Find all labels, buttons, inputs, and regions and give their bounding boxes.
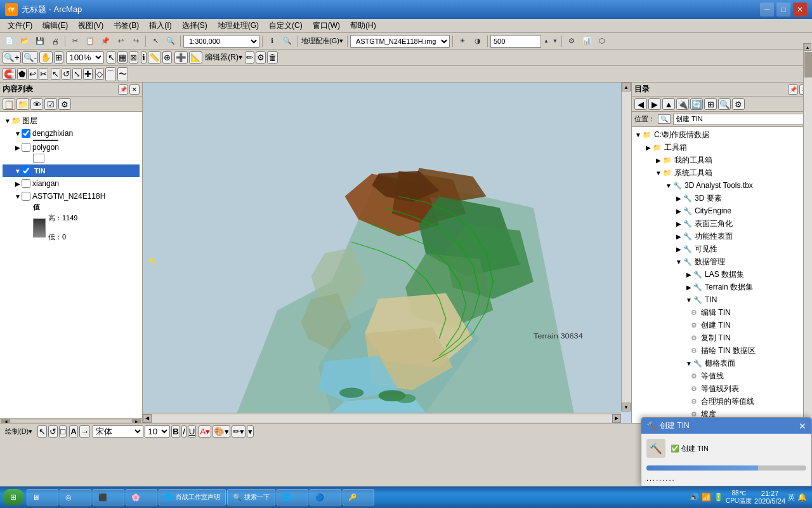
3d-analyst-expand[interactable]: ▼: [665, 182, 672, 189]
tray-datetime[interactable]: 21:27 2020/5/24: [754, 490, 785, 505]
arc-button[interactable]: ⌒: [105, 67, 116, 81]
value-input[interactable]: [490, 35, 541, 48]
scroll-track-v[interactable]: [622, 91, 631, 403]
toc-item-tin[interactable]: ▼ TIN: [3, 164, 140, 177]
taskbar-item-search[interactable]: 🔍 搜索一下: [227, 489, 275, 505]
toc-list-by-visibility[interactable]: 👁: [30, 98, 43, 110]
cat-system-toolbox[interactable]: ▼ 📁 系统工具箱: [653, 166, 811, 179]
underline-button[interactable]: U: [188, 425, 197, 438]
save-button[interactable]: 💾: [33, 34, 47, 48]
toc-close-button[interactable]: ✕: [129, 84, 140, 95]
geoprocess-label[interactable]: 地理配准(G)▾: [300, 36, 344, 46]
zoom-dropdown[interactable]: 100% 50% 200%: [66, 51, 104, 64]
xiangan-expand[interactable]: ▶: [14, 180, 22, 187]
data-management-expand[interactable]: ▼: [675, 258, 683, 265]
catalog-connect-button[interactable]: 🔌: [676, 98, 689, 110]
cat-my-toolbox[interactable]: ▶ 📁 我的工具箱: [653, 154, 811, 166]
value-down-button[interactable]: ▼: [551, 34, 559, 48]
scroll-up-btn[interactable]: ▲: [622, 83, 631, 91]
undo-button[interactable]: ↩: [114, 34, 128, 48]
cat-create-tin[interactable]: ⚙ 创建 TIN: [633, 319, 811, 331]
toc-layers-group[interactable]: ▼ 📁 图层: [3, 114, 140, 127]
catalog-options-button[interactable]: ⚙: [732, 98, 745, 110]
las-expand[interactable]: ▶: [685, 271, 693, 278]
topology-button[interactable]: ⬟: [17, 68, 27, 80]
scroll-right-btn[interactable]: ▶: [612, 414, 621, 423]
system-toolbox-expand[interactable]: ▼: [655, 169, 662, 177]
add-data-button[interactable]: ➕: [174, 51, 188, 64]
dengzhixian-expand[interactable]: ▼: [14, 130, 22, 137]
edit2-button[interactable]: ⚙: [256, 51, 266, 64]
toc-scrollbar-h[interactable]: ◀ ▶: [0, 418, 142, 423]
cat-visibility[interactable]: ▶ 🔧 可见性: [674, 243, 811, 255]
paste-button[interactable]: 📌: [98, 34, 112, 48]
map-canvas[interactable]: Terrain 30634 ↖: [143, 83, 621, 413]
menu-file[interactable]: 文件(F): [3, 19, 37, 32]
tray-lang[interactable]: 英: [788, 493, 795, 502]
toc-item-xiangan[interactable]: ▶ xiangan: [3, 177, 140, 190]
value-up-button[interactable]: ▲: [542, 34, 550, 48]
close-button[interactable]: ✕: [793, 3, 807, 17]
menu-edit[interactable]: 编辑(E): [37, 19, 73, 32]
draw-arrow-button[interactable]: →: [79, 425, 90, 438]
cat-las-dataset[interactable]: ▶ 🔧 LAS 数据集: [684, 268, 811, 281]
menu-select[interactable]: 选择(S): [177, 19, 213, 32]
cat-functional-surface[interactable]: ▶ 🔧 功能性表面: [674, 230, 811, 243]
open-button[interactable]: 📂: [18, 34, 32, 48]
tin-checkbox[interactable]: [22, 166, 30, 175]
menu-view[interactable]: 视图(V): [73, 19, 108, 32]
brightness-button[interactable]: ☀: [455, 34, 469, 48]
zoomout2-button[interactable]: 🔍-: [22, 51, 38, 64]
map-scrollbar-h[interactable]: ◀ ▶: [143, 413, 621, 423]
3d-features-expand[interactable]: ▶: [675, 194, 683, 202]
functional-surface-expand[interactable]: ▶: [675, 232, 683, 240]
tin-tree-expand[interactable]: ▼: [685, 296, 693, 304]
cat-triangulation[interactable]: ▶ 🔧 表面三角化: [674, 217, 811, 230]
toc-item-polygon[interactable]: ▶ polygon: [3, 141, 140, 154]
identify2-button[interactable]: ℹ: [141, 51, 147, 64]
menu-help[interactable]: 帮助(H): [345, 19, 381, 32]
rotate-button[interactable]: ↺: [62, 68, 71, 80]
tray-icon1[interactable]: 🔊: [690, 493, 699, 502]
location-input[interactable]: [673, 114, 809, 125]
cat-toolbox[interactable]: ▶ 📁 工具箱: [643, 141, 811, 154]
draw-extra[interactable]: ▾: [247, 425, 254, 438]
zoomin-button[interactable]: 🔍: [164, 34, 178, 48]
measure-button[interactable]: 📏: [148, 51, 161, 64]
polygon-expand[interactable]: ▶: [14, 144, 22, 151]
identify-button[interactable]: ℹ: [265, 34, 279, 48]
fullextent-button[interactable]: ⊞: [54, 51, 63, 64]
catalog-search-button[interactable]: 🔍: [718, 98, 731, 110]
cityengine-expand[interactable]: ▶: [675, 207, 683, 215]
catalog-dock-button[interactable]: 📌: [788, 84, 798, 95]
scale-dropdown[interactable]: 1:300,000 1:100,000 1:500,000: [183, 35, 259, 48]
move-button[interactable]: ✚: [83, 68, 93, 80]
vertex-button[interactable]: ◇: [95, 68, 104, 80]
font-color-button[interactable]: A▾: [199, 425, 211, 438]
minimize-button[interactable]: ─: [760, 3, 774, 17]
go-to-xy-button[interactable]: ⊕: [162, 51, 172, 64]
delete-button[interactable]: 🗑: [267, 51, 278, 64]
taskbar-item-taskview[interactable]: ⬛: [93, 489, 124, 505]
taskbar-item-browser2[interactable]: 🌐: [277, 489, 308, 505]
scroll-track-h[interactable]: [152, 415, 612, 422]
italic-button[interactable]: I: [181, 425, 187, 438]
triangulation-expand[interactable]: ▶: [675, 220, 683, 227]
font-size-dropdown[interactable]: 10 12 14: [145, 425, 170, 438]
layout-view-button[interactable]: 📐: [189, 51, 202, 64]
scroll-right[interactable]: ▶: [132, 419, 141, 423]
cut-button[interactable]: ✂: [68, 34, 82, 48]
cat-barrier-contour[interactable]: ⚙ 合理填的等值线: [633, 395, 811, 408]
astgtm-expand[interactable]: ▼: [14, 192, 22, 200]
toc-item-astgtm[interactable]: ▼ ASTGTM_N24E118H: [3, 190, 140, 203]
layers-expand-icon[interactable]: ▼: [4, 117, 11, 124]
select-e-button[interactable]: ↖: [51, 68, 60, 80]
toolbox-expand[interactable]: ▶: [645, 144, 652, 151]
drawing-menu[interactable]: 绘制(D)▾: [3, 427, 35, 436]
contrast-button[interactable]: ◑: [471, 34, 485, 48]
cat-raster-surface[interactable]: ▼ 🔧 栅格表面: [684, 357, 811, 370]
toc-item-dengzhixian[interactable]: ▼ dengzhixian: [3, 127, 140, 140]
toc-list-by-selection[interactable]: ☑: [44, 98, 57, 110]
print-button[interactable]: 🖨: [48, 34, 62, 48]
catalog-back-button[interactable]: ◀: [634, 98, 647, 110]
